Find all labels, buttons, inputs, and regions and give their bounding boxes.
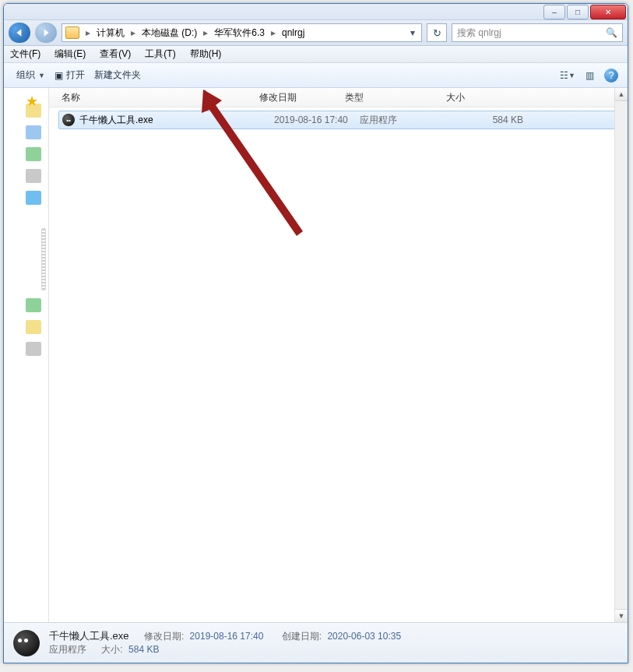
newfolder-label: 新建文件夹 <box>94 69 141 82</box>
exe-icon: •• <box>62 114 75 126</box>
view-options-button[interactable]: ☷ ▼ <box>559 67 576 84</box>
address-bar[interactable]: ▸ 计算机 ▸ 本地磁盘 (D:) ▸ 华军软件6.3 ▸ qnlrgj ▾ <box>62 23 422 42</box>
details-created-value: 2020-06-03 10:35 <box>327 631 401 642</box>
toolbar: 组织 ▼ ▣ 打开 新建文件夹 ☷ ▼ ▥ ? <box>4 63 628 88</box>
open-button[interactable]: ▣ 打开 <box>50 65 90 85</box>
organize-label: 组织 <box>16 69 35 82</box>
breadcrumb-item[interactable]: 计算机 <box>95 25 126 41</box>
column-type[interactable]: 类型 <box>345 91 446 104</box>
scrollbar[interactable]: ▲ ▼ <box>614 88 628 622</box>
sidebar-item[interactable] <box>26 342 41 356</box>
menu-edit[interactable]: 编辑(E) <box>55 47 86 61</box>
menu-file[interactable]: 文件(F) <box>10 47 40 61</box>
titlebar: – □ ✕ <box>4 4 628 20</box>
sidebar-item[interactable] <box>26 298 41 312</box>
details-size-value: 584 KB <box>128 644 159 655</box>
explorer-window: – □ ✕ ▸ 计算机 ▸ 本地磁盘 (D:) ▸ 华军软件6.3 ▸ qnlr… <box>3 3 628 663</box>
chevron-right-icon: ▸ <box>128 27 139 38</box>
newfolder-button[interactable]: 新建文件夹 <box>90 65 146 85</box>
details-name: 千牛懒人工具.exe <box>49 630 129 642</box>
details-file-icon <box>13 630 40 656</box>
details-size-label: 大小: <box>101 644 122 655</box>
search-placeholder: 搜索 qnlrgj <box>457 26 501 40</box>
refresh-button[interactable]: ↻ <box>427 23 447 42</box>
details-pane: 千牛懒人工具.exe 修改日期: 2019-08-16 17:40 创建日期: … <box>4 622 628 663</box>
sidebar: ★ <box>4 88 49 622</box>
sidebar-splitter[interactable] <box>41 228 46 290</box>
favorites-star-icon[interactable]: ★ <box>26 93 38 110</box>
search-box[interactable]: 搜索 qnlrgj 🔍 <box>452 23 623 42</box>
details-created-label: 创建日期: <box>282 631 322 642</box>
file-modified: 2019-08-16 17:40 <box>274 114 360 125</box>
nav-row: ▸ 计算机 ▸ 本地磁盘 (D:) ▸ 华军软件6.3 ▸ qnlrgj ▾ ↻… <box>4 20 628 46</box>
organize-button[interactable]: 组织 ▼ <box>12 65 50 85</box>
details-mod-value: 2019-08-16 17:40 <box>190 631 264 642</box>
help-button[interactable]: ? <box>603 67 620 84</box>
forward-button[interactable] <box>35 23 57 43</box>
file-row[interactable]: •• 千牛懒人工具.exe 2019-08-16 17:40 应用程序 584 … <box>58 111 621 129</box>
sort-indicator-icon: ▴ <box>203 86 207 95</box>
chevron-right-icon: ▸ <box>83 27 93 38</box>
menubar: 文件(F) 编辑(E) 查看(V) 工具(T) 帮助(H) <box>4 46 628 63</box>
menu-tools[interactable]: 工具(T) <box>145 47 175 61</box>
open-label: 打开 <box>66 69 85 82</box>
sidebar-item[interactable] <box>26 191 41 205</box>
file-name: 千牛懒人工具.exe <box>79 114 274 127</box>
breadcrumb-item[interactable]: 本地磁盘 (D:) <box>140 25 199 41</box>
minimize-button[interactable]: – <box>543 5 565 19</box>
column-name[interactable]: 名称 <box>62 91 259 104</box>
file-type: 应用程序 <box>360 114 461 127</box>
sidebar-item[interactable] <box>26 169 41 183</box>
scroll-down-button[interactable]: ▼ <box>615 609 628 622</box>
chevron-down-icon: ▼ <box>38 72 45 79</box>
chevron-right-icon: ▸ <box>200 27 211 38</box>
breadcrumb-item[interactable]: 华军软件6.3 <box>213 25 266 41</box>
menu-help[interactable]: 帮助(H) <box>190 47 222 61</box>
column-headers: ▴ 名称 修改日期 类型 大小 <box>49 88 628 107</box>
chevron-down-icon: ▼ <box>568 72 575 79</box>
details-type: 应用程序 <box>49 644 86 655</box>
file-size: 584 KB <box>461 114 523 125</box>
address-dropdown-button[interactable]: ▾ <box>407 27 418 38</box>
app-icon: ▣ <box>55 70 63 81</box>
maximize-button[interactable]: □ <box>567 5 589 19</box>
breadcrumb-item[interactable]: qnlrgj <box>280 26 306 40</box>
file-list-pane: ▴ 名称 修改日期 类型 大小 •• 千牛懒人工具.exe 2019-08-16… <box>49 88 628 622</box>
back-button[interactable] <box>9 23 30 43</box>
sidebar-item[interactable] <box>26 125 41 139</box>
folder-icon <box>65 26 79 39</box>
body: ★ ▴ 名称 修改日期 类型 大小 •• 千牛懒人工具.exe 2 <box>4 88 628 622</box>
column-size[interactable]: 大小 <box>446 91 508 104</box>
menu-view[interactable]: 查看(V) <box>100 47 131 61</box>
scroll-up-button[interactable]: ▲ <box>615 88 628 101</box>
column-modified[interactable]: 修改日期 <box>259 91 345 104</box>
details-text: 千牛懒人工具.exe 修改日期: 2019-08-16 17:40 创建日期: … <box>49 629 413 656</box>
help-icon: ? <box>604 69 618 83</box>
chevron-right-icon: ▸ <box>268 27 279 38</box>
sidebar-item[interactable] <box>26 147 41 161</box>
preview-pane-button[interactable]: ▥ <box>581 67 598 84</box>
details-mod-label: 修改日期: <box>144 631 184 642</box>
search-icon: 🔍 <box>606 27 617 38</box>
close-button[interactable]: ✕ <box>590 5 626 19</box>
sidebar-item[interactable] <box>26 320 41 334</box>
